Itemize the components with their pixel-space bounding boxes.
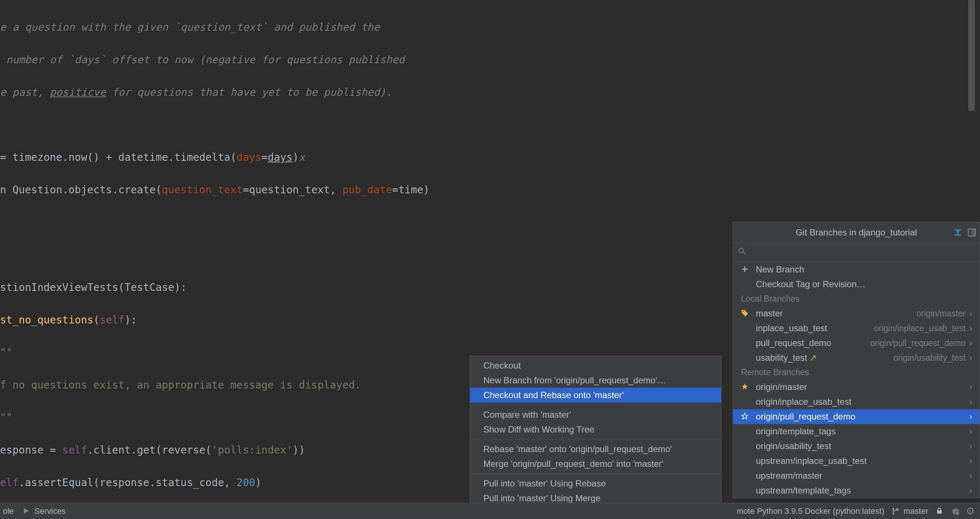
code-text: ) xyxy=(293,151,299,163)
svg-point-14 xyxy=(970,510,971,512)
remote-branch-item[interactable]: origin/template_tags› xyxy=(733,424,980,439)
context-menu-item[interactable]: Pull into 'master' Using Rebase xyxy=(470,476,721,491)
remote-branch-item[interactable]: origin/inplace_usab_test› xyxy=(733,394,980,409)
menu-separator xyxy=(470,474,721,474)
branches-list: New BranchCheckout Tag or Revision…Local… xyxy=(733,262,980,498)
code-text: for questions that have yet to be publis… xyxy=(106,86,392,98)
code-text: number of `days` offset to now (negative… xyxy=(0,54,405,66)
sync-settings-icon[interactable] xyxy=(951,507,959,515)
tracking-remote-label: origin/usability_test xyxy=(893,353,966,363)
code-text: .client.get(reverse( xyxy=(87,444,212,456)
code-text: n Question.objects.create( xyxy=(0,184,162,196)
local-branch-item[interactable]: pull_request_demoorigin/pull_request_dem… xyxy=(733,335,980,350)
current-branch-tag-icon xyxy=(741,309,751,318)
context-menu-item[interactable]: Checkout and Rebase onto 'master' xyxy=(470,388,721,402)
tracking-remote-label: origin/pull_request_demo xyxy=(870,338,966,348)
favorite-star-icon xyxy=(741,382,751,392)
search-icon xyxy=(738,247,746,258)
context-menu-item[interactable]: Compare with 'master' xyxy=(470,407,721,422)
status-bar: ole Services mote Python 3.9.5 Docker (p… xyxy=(0,503,980,519)
context-menu-item[interactable]: Checkout xyxy=(470,358,721,373)
code-text: ( xyxy=(94,314,100,326)
memory-indicator-icon[interactable] xyxy=(967,507,975,515)
remote-branch-item[interactable]: origin/usability_test› xyxy=(733,439,980,454)
branches-popup-title: Git Branches in django_tutorial xyxy=(796,227,917,238)
local-branch-item[interactable]: usability_test ↗origin/usability_test› xyxy=(733,350,980,365)
code-text: self xyxy=(62,444,87,456)
svg-point-4 xyxy=(742,310,743,311)
code-text: e a question with the given `question_te… xyxy=(0,21,380,33)
new-branch-item[interactable]: New Branch xyxy=(733,262,980,277)
svg-line-3 xyxy=(743,252,746,254)
settings-icon[interactable] xyxy=(967,228,977,237)
code-text: =question_text, xyxy=(243,184,342,196)
code-text: st_no_questions xyxy=(0,314,94,326)
code-text: x xyxy=(299,151,305,163)
branch-name-label: inplace_usab_test xyxy=(756,323,874,334)
blank-icon xyxy=(741,338,751,348)
branch-name-label: upstream/template_tags xyxy=(756,485,969,496)
chevron-right-icon: › xyxy=(969,426,972,437)
code-text: days xyxy=(237,151,261,163)
local-branch-item[interactable]: inplace_usab_testorigin/inplace_usab_tes… xyxy=(733,321,980,335)
code-text: "" xyxy=(0,411,13,424)
code-text: 'polls:index' xyxy=(212,444,293,456)
code-text: f no questions exist, an appropriate mes… xyxy=(0,379,361,391)
svg-point-6 xyxy=(892,508,894,509)
code-text: days xyxy=(268,151,293,163)
tracking-remote-label: origin/inplace_usab_test xyxy=(874,323,966,334)
blank-icon xyxy=(741,441,751,451)
branch-name-label: pull_request_demo xyxy=(756,338,870,348)
remote-branch-item[interactable]: upstream/master› xyxy=(733,468,980,483)
blank-icon xyxy=(741,426,751,436)
branches-search-row[interactable] xyxy=(733,243,980,262)
code-text: question_text xyxy=(162,184,243,196)
editor-scrollbar[interactable] xyxy=(968,0,975,111)
blank-icon xyxy=(741,471,751,481)
context-menu-item[interactable]: New Branch from 'origin/pull_request_dem… xyxy=(470,373,721,388)
code-text: "" xyxy=(0,347,13,359)
git-branch-indicator[interactable]: master xyxy=(892,506,928,516)
context-menu-item[interactable]: Rebase 'master' onto 'origin/pull_reques… xyxy=(470,442,721,457)
blank-icon xyxy=(741,279,751,289)
code-text: 200 xyxy=(237,476,256,489)
branch-name-label: origin/inplace_usab_test xyxy=(756,397,969,407)
remote-branch-item[interactable]: origin/pull_request_demo› xyxy=(733,409,980,424)
blank-icon xyxy=(741,397,751,407)
branch-name-label: origin/pull_request_demo xyxy=(756,411,969,422)
branch-name-label: origin/master xyxy=(756,382,969,392)
tool-window-tab[interactable]: ole xyxy=(3,506,14,516)
context-menu-item[interactable]: Merge 'origin/pull_request_demo' into 'm… xyxy=(470,457,721,471)
tool-window-services[interactable]: Services xyxy=(22,506,65,516)
git-branches-popup: Git Branches in django_tutorial New Bran… xyxy=(733,222,980,498)
remote-branch-item[interactable]: origin/master› xyxy=(733,380,980,394)
fetch-icon[interactable] xyxy=(953,228,963,237)
branch-name-label: origin/template_tags xyxy=(756,426,969,437)
chevron-right-icon: › xyxy=(969,485,972,496)
code-text: e past, xyxy=(0,86,50,98)
blank-icon xyxy=(741,323,751,333)
outgoing-commits-icon: ↗ xyxy=(807,353,817,363)
branch-name-label: New Branch xyxy=(756,264,972,275)
context-menu-item[interactable]: Show Diff with Working Tree xyxy=(470,422,721,437)
branch-label: master xyxy=(904,506,928,516)
checkout-tag-item[interactable]: Checkout Tag or Revision… xyxy=(733,277,980,292)
favorite-star-icon xyxy=(741,412,751,422)
branch-context-menu: CheckoutNew Branch from 'origin/pull_req… xyxy=(470,356,722,519)
services-icon xyxy=(22,507,31,515)
branch-name-label: master xyxy=(756,308,916,319)
remote-branch-item[interactable]: upstream/template_tags› xyxy=(733,483,980,498)
remote-branch-item[interactable]: upstream/inplace_usab_test› xyxy=(733,454,980,468)
branch-section-label: Remote Branches xyxy=(733,365,980,380)
branch-icon xyxy=(892,507,900,515)
code-text: = timezone.now() + datetime.timedelta( xyxy=(0,151,237,163)
interpreter-indicator[interactable]: mote Python 3.9.5 Docker (python:latest) xyxy=(737,506,885,516)
lock-icon[interactable] xyxy=(936,507,944,515)
local-branch-item[interactable]: masterorigin/master› xyxy=(733,306,980,321)
chevron-right-icon: › xyxy=(969,397,972,407)
chevron-right-icon: › xyxy=(969,353,972,363)
chevron-right-icon: › xyxy=(969,338,972,348)
branch-name-label: usability_test ↗ xyxy=(756,353,893,363)
code-text: ): xyxy=(124,314,137,326)
chevron-right-icon: › xyxy=(969,471,972,481)
